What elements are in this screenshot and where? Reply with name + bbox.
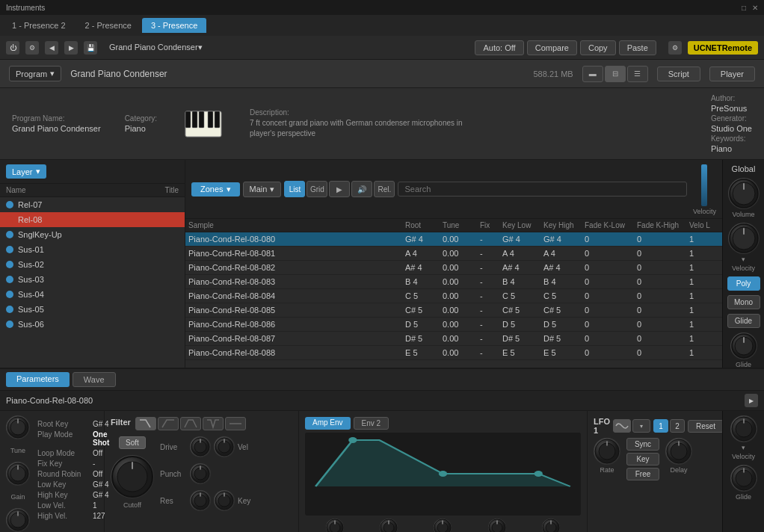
layer-dot: [6, 201, 13, 208]
layer-dropdown[interactable]: Layer ▾: [6, 164, 46, 179]
key-filter-knob[interactable]: [214, 490, 235, 511]
compare-btn[interactable]: Compare: [527, 40, 577, 55]
layer-item[interactable]: SnglKey-Up: [0, 227, 185, 242]
decay-knob[interactable]: [434, 519, 452, 532]
tab-3[interactable]: 3 - Presence: [142, 18, 206, 33]
lfo-reset-btn[interactable]: Reset: [688, 420, 724, 433]
vel-knob[interactable]: [214, 436, 235, 457]
close-btn[interactable]: ✕: [752, 4, 758, 12]
res-knob[interactable]: [190, 490, 211, 511]
zones-search-input[interactable]: [398, 182, 687, 197]
lfo-key-btn[interactable]: Key: [626, 453, 659, 466]
parameters-tab[interactable]: Parameters: [6, 372, 70, 387]
cutoff-knob[interactable]: [111, 455, 154, 498]
velocity-knob[interactable]: [728, 223, 760, 254]
zones-btn[interactable]: Zones ▾: [191, 182, 240, 197]
attack-knob[interactable]: [326, 519, 344, 532]
zone-row[interactable]: Piano-Cond-Rel-08-080 G# 4 0.00 - G# 4 G…: [185, 232, 722, 247]
maximize-btn[interactable]: □: [742, 4, 746, 12]
drive-knob[interactable]: [190, 436, 211, 457]
param-root-key: Root Key G# 4: [37, 420, 109, 428]
script-btn[interactable]: Script: [657, 66, 700, 81]
amp-env-tab[interactable]: Amp Env: [305, 417, 351, 430]
bottom-glide-knob[interactable]: [730, 465, 757, 492]
zones-list-btn[interactable]: List: [284, 181, 305, 197]
zones-rel-btn[interactable]: Rel.: [374, 181, 395, 197]
cutoff-label: Cutoff: [123, 501, 141, 509]
lfo-sine-btn[interactable]: [613, 419, 631, 433]
delay-knob[interactable]: [665, 438, 692, 465]
sample-play-btn[interactable]: ▶: [745, 394, 758, 407]
pan-knob[interactable]: [6, 508, 30, 532]
toolbar-program-name: Grand Piano Condenser▾: [109, 43, 203, 52]
zone-row[interactable]: Piano-Cond-Rel-08-087 D# 5 0.00 - D# 5 D…: [185, 332, 722, 346]
back-icon[interactable]: ◀: [45, 41, 58, 55]
volume-label: Volume: [732, 211, 754, 218]
layer-item[interactable]: Sus-02: [0, 257, 185, 272]
info-bar: Program Name: Grand Piano Condenser Cate…: [0, 88, 764, 160]
zone-row[interactable]: Piano-Cond-Rel-08-085 C# 5 0.00 - C# 5 C…: [185, 303, 722, 318]
tune-knob[interactable]: [6, 415, 30, 439]
view-multi-btn[interactable]: ⊟: [605, 66, 626, 82]
ucnet-badge[interactable]: UCNETRemote: [688, 41, 758, 55]
auto-off-btn[interactable]: Auto: Off: [475, 40, 523, 55]
settings-icon[interactable]: ⚙: [25, 41, 39, 55]
release-knob[interactable]: [542, 519, 560, 532]
rate-knob[interactable]: [594, 438, 620, 465]
save-icon[interactable]: 💾: [84, 41, 97, 55]
filter-lp-btn[interactable]: [135, 417, 156, 430]
zone-row[interactable]: Piano-Cond-Rel-08-083 B 4 0.00 - B 4 B 4…: [185, 275, 722, 289]
paste-btn[interactable]: Paste: [619, 40, 656, 55]
env2-tab[interactable]: Env 2: [354, 417, 389, 430]
punch-knob[interactable]: [190, 463, 211, 484]
zone-row[interactable]: Piano-Cond-Rel-08-084 C 5 0.00 - C 5 C 5…: [185, 289, 722, 303]
lfo-sync-btn[interactable]: Sync: [626, 438, 659, 451]
copy-btn[interactable]: Copy: [580, 40, 616, 55]
gain-knob[interactable]: [6, 462, 30, 486]
layer-item[interactable]: Rel-07: [0, 197, 185, 212]
poly-btn[interactable]: Poly: [727, 276, 760, 291]
layer-item[interactable]: Sus-05: [0, 302, 185, 317]
root-key-label: Root Key: [37, 420, 90, 428]
svg-rect-3: [199, 111, 204, 128]
zones-main-dropdown[interactable]: Main ▾: [243, 182, 282, 197]
layer-item[interactable]: Sus-06: [0, 317, 185, 332]
filter-hp-btn[interactable]: [158, 417, 179, 430]
mono-btn[interactable]: Mono: [727, 295, 760, 309]
layer-item[interactable]: Sus-04: [0, 287, 185, 302]
filter-bp-btn[interactable]: [180, 417, 201, 430]
layer-item[interactable]: Rel-08: [0, 212, 185, 227]
zone-row[interactable]: Piano-Cond-Rel-08-082 A# 4 0.00 - A# 4 A…: [185, 261, 722, 275]
player-btn[interactable]: Player: [709, 66, 755, 81]
wave-tab[interactable]: Wave: [73, 372, 116, 387]
layer-item[interactable]: Sus-01: [0, 242, 185, 257]
forward-icon[interactable]: ▶: [64, 41, 78, 55]
bottom-velocity-knob[interactable]: [730, 415, 757, 442]
tab-1[interactable]: 1 - Presence 2: [3, 18, 75, 33]
power-icon[interactable]: ⏻: [6, 41, 19, 55]
zones-grid-btn[interactable]: Grid: [306, 181, 327, 197]
zones-play-btn[interactable]: ▶: [329, 181, 350, 197]
zones-speaker-btn[interactable]: 🔊: [351, 181, 372, 197]
gear-settings-icon[interactable]: ⚙: [668, 41, 682, 55]
lfo-free-btn[interactable]: Free: [626, 468, 659, 480]
soft-btn[interactable]: Soft: [119, 436, 146, 449]
tab-2[interactable]: 2 - Presence: [76, 18, 141, 33]
sustain-knob[interactable]: [488, 519, 506, 532]
zone-row[interactable]: Piano-Cond-Rel-08-081 A 4 0.00 - A 4 A 4…: [185, 247, 722, 261]
zone-row[interactable]: Piano-Cond-Rel-08-088 E 5 0.00 - E 5 E 5…: [185, 346, 722, 360]
glide-knob[interactable]: [730, 332, 757, 359]
lfo-1-btn[interactable]: 1: [653, 419, 668, 433]
glide-mode-btn[interactable]: Glide: [727, 314, 760, 328]
lfo-2-btn[interactable]: 2: [670, 419, 685, 433]
volume-knob[interactable]: [728, 178, 760, 209]
view-single-btn[interactable]: ▬: [582, 66, 603, 82]
lfo-dropdown-btn[interactable]: ▾: [632, 419, 650, 433]
layer-item[interactable]: Sus-03: [0, 272, 185, 287]
filter-flat-btn[interactable]: [225, 417, 246, 430]
program-dropdown[interactable]: Program ▾: [9, 66, 61, 81]
hold-knob[interactable]: [380, 519, 398, 532]
zone-row[interactable]: Piano-Cond-Rel-08-086 D 5 0.00 - D 5 D 5…: [185, 318, 722, 332]
view-list-btn[interactable]: ☰: [627, 66, 648, 82]
filter-notch-btn[interactable]: [203, 417, 224, 430]
